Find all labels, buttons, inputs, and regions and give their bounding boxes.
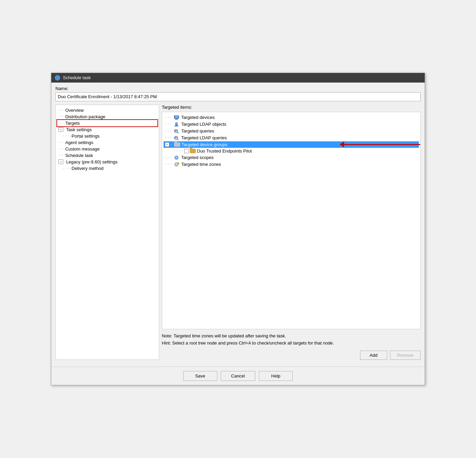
name-section: Name: [55, 86, 421, 101]
target-item-devices[interactable]: ··· Targeted devices [164, 114, 419, 121]
expand-task-settings[interactable]: − [58, 127, 63, 132]
globe-icon [173, 155, 180, 160]
window-title: Schedule task [63, 75, 91, 80]
targets-wrapper: ··· Targeted devices [162, 112, 421, 329]
tree-item-label: Agent settings [65, 140, 93, 145]
tree-item-label: Legacy (pre-9.60) settings [66, 159, 118, 164]
computer-icon [173, 115, 180, 120]
targeted-items-label: Targeted items: [162, 105, 421, 110]
main-area: ··· Overview ··· Distribution package ··… [55, 105, 421, 360]
svg-line-8 [177, 133, 178, 134]
remove-button[interactable]: Remove [390, 351, 421, 360]
tree-item-label: Overview [65, 108, 84, 113]
target-label-ldap: Targeted LDAP objects [181, 122, 226, 127]
connector-sched: ··· [58, 153, 65, 158]
target-label-device-groups: Targeted device groups [182, 142, 227, 147]
tree-distribution-package[interactable]: ··· Distribution package [57, 113, 157, 120]
svg-point-15 [175, 136, 176, 137]
window-content: Name: ··· Overview ··· Distribution pack… [51, 83, 425, 364]
tree-targets[interactable]: ··· Targets [57, 120, 157, 126]
ldap-icon [173, 122, 180, 127]
target-item-device-groups-wrapper: − · Targeted device groups [164, 141, 419, 148]
tree-task-settings[interactable]: − · Task settings [57, 126, 157, 133]
name-label: Name: [55, 86, 421, 91]
folder-icon-duo [190, 149, 196, 153]
help-button[interactable]: Help [259, 371, 293, 381]
tree-item-label: Task settings [66, 127, 92, 132]
connector-portal: ···· [63, 134, 72, 138]
ldap-query-icon [173, 135, 180, 141]
tree-item-label: Custom message [65, 146, 100, 152]
svg-rect-2 [175, 119, 177, 119]
target-label-ldap-queries: Targeted LDAP queries [181, 135, 227, 140]
query-icon [173, 128, 180, 134]
target-label-devices: Targeted devices [181, 115, 215, 120]
note2: Hint: Select a root tree node and press … [162, 340, 421, 347]
expand-device-groups[interactable]: − [165, 142, 169, 147]
add-button[interactable]: Add [360, 351, 387, 360]
target-item-device-groups[interactable]: − · Targeted device groups [164, 141, 419, 148]
target-label-duo-pilot: Duo Trusted Endpoints Pilot [197, 148, 252, 154]
clock-icon [173, 162, 180, 167]
target-label-scopes: Targeted scopes [181, 155, 214, 160]
target-item-ldap[interactable]: ··· Targeted LDAP objects [164, 121, 419, 128]
connector-targets: ··· [58, 121, 65, 125]
tree-legacy-settings[interactable]: − · Legacy (pre-9.60) settings [57, 159, 157, 165]
bottom-bar: Save Cancel Help [51, 367, 425, 385]
connector-dist: ··· [58, 114, 65, 119]
target-item-scopes[interactable]: ··· [164, 154, 419, 161]
tree-agent-settings[interactable]: ··· Agent settings [57, 139, 157, 146]
svg-rect-3 [175, 119, 178, 120]
tree-portal-settings[interactable]: ···· Portal settings [61, 133, 157, 139]
notes-section: Note: Targeted time zones will be update… [162, 329, 421, 349]
tree-item-label: Delivery method [72, 166, 104, 171]
target-label-time-zones: Targeted time zones [181, 162, 221, 167]
svg-point-11 [176, 130, 177, 131]
title-bar: Schedule task [51, 73, 425, 83]
connector-overview: ··· [58, 108, 65, 112]
window-icon [55, 75, 60, 81]
target-item-time-zones[interactable]: ··· [164, 161, 419, 168]
cancel-button[interactable]: Cancel [221, 371, 255, 381]
schedule-task-window: Schedule task Name: ··· Overview ··· Dis… [51, 73, 425, 386]
targeted-tree[interactable]: ··· Targeted devices [162, 112, 421, 329]
svg-point-10 [174, 130, 175, 131]
checkbox-duo-pilot[interactable] [184, 149, 189, 153]
name-input[interactable] [55, 92, 421, 101]
tree-item-label: Schedule task [65, 153, 93, 158]
tree-schedule-task[interactable]: ··· Schedule task [57, 152, 157, 159]
tree-item-label: Portal settings [72, 134, 100, 139]
right-panel: Targeted items: ··· [162, 105, 421, 360]
tree-overview[interactable]: ··· Overview [57, 107, 157, 113]
left-tree-panel: ··· Overview ··· Distribution package ··… [55, 105, 159, 360]
connector-agent: ··· [58, 140, 65, 145]
note1: Note: Targeted time zones will be update… [162, 333, 421, 340]
folder-icon [174, 142, 180, 147]
add-remove-row: Add Remove [162, 351, 421, 360]
svg-point-22 [174, 156, 178, 159]
connector-delivery: ···· [63, 166, 72, 171]
tree-item-label: Distribution package [65, 114, 105, 119]
connector-custom: ··· [58, 147, 65, 151]
svg-line-14 [177, 139, 178, 140]
svg-point-16 [174, 137, 175, 138]
tree-item-label: Targets [65, 121, 80, 126]
tree-delivery-method[interactable]: ···· Delivery method [61, 165, 157, 172]
target-label-queries: Targeted queries [181, 128, 214, 134]
save-button[interactable]: Save [183, 371, 217, 381]
target-item-ldap-queries[interactable]: ··· Targ [164, 135, 419, 141]
svg-point-5 [176, 123, 177, 124]
target-item-queries[interactable]: ··· Targ [164, 128, 419, 135]
svg-point-9 [175, 129, 176, 130]
svg-point-28 [177, 162, 179, 164]
svg-rect-1 [175, 116, 178, 118]
expand-legacy[interactable]: − [58, 159, 63, 164]
target-item-duo-pilot[interactable]: ···· Duo Trusted Endpoints Pilot [164, 148, 419, 154]
svg-point-17 [176, 137, 177, 138]
tree-custom-message[interactable]: ··· Custom message [57, 146, 157, 152]
